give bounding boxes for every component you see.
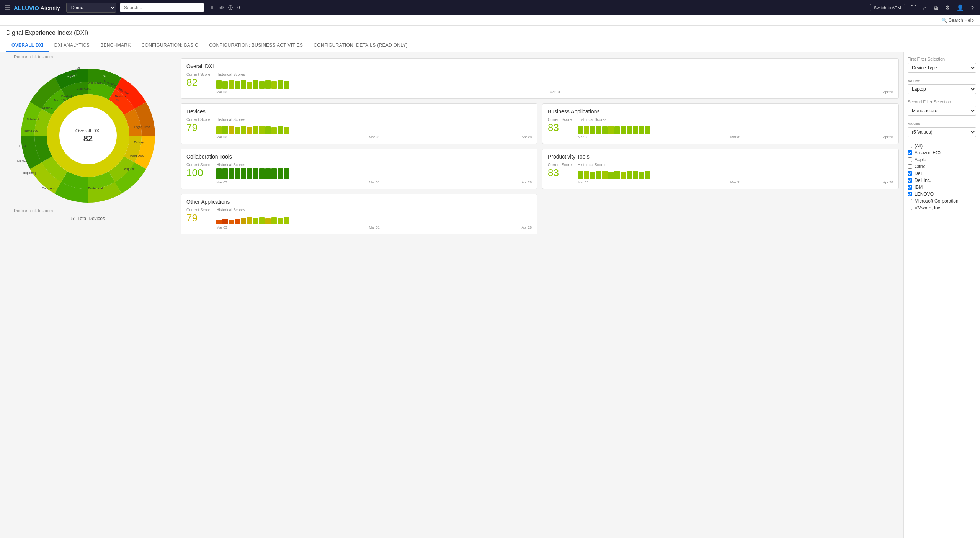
search-help[interactable]: 🔍 Search Help xyxy=(941,18,974,23)
tab-overall-dxi[interactable]: OVERALL DXI xyxy=(6,39,49,52)
bar-chart xyxy=(216,123,532,134)
brand-alluvio: ALLUVIO xyxy=(14,5,39,11)
nav-right: Switch to APM ⛶ ⌂ ⧉ ⚙ 👤 ? xyxy=(870,3,975,12)
card-body: Current Score 100 Historical Scores Mar … xyxy=(186,163,532,184)
bar-chart xyxy=(216,168,532,179)
bar xyxy=(284,217,289,224)
bar xyxy=(229,220,234,224)
hamburger-icon[interactable]: ☰ xyxy=(5,4,10,11)
right-panel: First Filter Selection Device Type Value… xyxy=(903,52,980,538)
top-nav: ☰ ALLUVIO Aternity Demo 🖥 59 ⓘ 0 Switch … xyxy=(0,0,980,15)
svg-text:Hard Disk: Hard Disk xyxy=(130,154,144,157)
score-section: Current Score 83 xyxy=(548,118,572,134)
demo-select[interactable]: Demo xyxy=(66,3,116,13)
checkbox-label: Dell Inc. xyxy=(915,178,931,183)
svg-text:Setup Crit...: Setup Crit... xyxy=(122,168,137,171)
hist-label: Historical Scores xyxy=(216,163,532,167)
expand-icon[interactable]: ⛶ xyxy=(909,4,918,12)
checkbox-ibm[interactable] xyxy=(908,185,912,190)
copy-icon[interactable]: ⧉ xyxy=(932,3,939,12)
first-filter-select[interactable]: Device Type xyxy=(908,63,976,73)
donut-chart[interactable]: Devices 79 Devices 79 Boot Time Logon Ti… xyxy=(11,59,165,212)
hist-label: Historical Scores xyxy=(578,163,893,167)
checkbox-vmware--inc-[interactable] xyxy=(908,206,912,210)
score-section: Current Score 100 xyxy=(186,163,210,179)
bar xyxy=(253,80,258,89)
score-label: Current Score xyxy=(186,163,210,167)
bar xyxy=(271,81,277,89)
first-values-select[interactable]: Laptop xyxy=(908,84,976,94)
tab-benchmark[interactable]: BENCHMARK xyxy=(95,39,136,52)
bar xyxy=(247,217,252,224)
checkbox-microsoft-corporation[interactable] xyxy=(908,199,912,203)
date-label: Mar 31 xyxy=(730,180,741,184)
checkbox-label: (All) xyxy=(915,143,923,149)
checkbox-dell[interactable] xyxy=(908,171,912,176)
date-label: Mar 03 xyxy=(216,135,227,139)
bar xyxy=(222,219,228,224)
bar xyxy=(235,127,240,134)
second-values-label: Values xyxy=(908,121,976,126)
second-values-select[interactable]: (5 Values) xyxy=(908,127,976,137)
checkbox-item-microsoft-corporation: Microsoft Corporation xyxy=(908,198,976,204)
score-section: Current Score 79 xyxy=(186,208,210,224)
score-value: 83 xyxy=(548,167,572,179)
card-body: Current Score 79 Historical Scores Mar 0… xyxy=(186,118,532,139)
checkbox--all-[interactable] xyxy=(908,144,912,148)
checkbox-label: LENOVO xyxy=(915,191,934,197)
checkbox-citrix[interactable] xyxy=(908,164,912,169)
tab-configuration--details--read-only-[interactable]: CONFIGURATION: DETAILS (READ ONLY) xyxy=(308,39,413,52)
tab-configuration--basic[interactable]: CONFIGURATION: BASIC xyxy=(136,39,204,52)
score-value: 79 xyxy=(186,212,210,224)
bar xyxy=(235,168,240,179)
bar-chart xyxy=(216,78,893,89)
first-filter-section: First Filter Selection Device Type xyxy=(908,57,976,73)
bar-chart xyxy=(216,214,532,224)
monitor-icon: 🖥 xyxy=(209,5,214,10)
switch-apm-button[interactable]: Switch to APM xyxy=(870,4,905,11)
bar xyxy=(584,171,589,179)
svg-text:Sana Acc...: Sana Acc... xyxy=(42,186,57,190)
checkbox-item-ibm: IBM xyxy=(908,184,976,191)
checkbox-apple[interactable] xyxy=(908,157,912,162)
checkbox-item-amazon-ec2: Amazon EC2 xyxy=(908,149,976,156)
second-filter-label: Second Filter Selection xyxy=(908,100,976,104)
checkbox-dell-inc-[interactable] xyxy=(908,178,912,183)
second-filter-select[interactable]: Manufacturer xyxy=(908,106,976,116)
user-icon[interactable]: 👤 xyxy=(955,3,965,12)
score-label: Current Score xyxy=(548,163,572,167)
bar xyxy=(271,168,277,179)
bar xyxy=(253,218,258,224)
checkbox-label: Citrix xyxy=(915,164,925,169)
checkbox-amazon-ec2[interactable] xyxy=(908,150,912,155)
bar xyxy=(247,168,252,179)
bar xyxy=(265,218,271,224)
score-value: 79 xyxy=(186,122,210,134)
bar xyxy=(284,127,289,134)
help-icon[interactable]: ? xyxy=(969,4,975,12)
card-overall: Overall DXI Current Score 82 Historical … xyxy=(181,58,899,99)
bar xyxy=(241,126,246,134)
date-label: Mar 31 xyxy=(730,135,741,139)
hist-label: Historical Scores xyxy=(216,208,532,212)
search-input[interactable] xyxy=(120,3,204,12)
first-filter-label: First Filter Selection xyxy=(908,57,976,61)
date-label: Mar 03 xyxy=(216,180,227,184)
home-icon[interactable]: ⌂ xyxy=(922,4,928,12)
score-value: 100 xyxy=(186,167,210,179)
tabs: OVERALL DXIDXI ANALYTICSBENCHMARKCONFIGU… xyxy=(6,39,974,52)
bar xyxy=(278,168,283,179)
bar xyxy=(265,126,271,134)
svg-text:79: 79 xyxy=(116,99,119,101)
card-title: Business Applications xyxy=(548,108,893,114)
hist-dates: Mar 03Mar 31Apr 28 xyxy=(216,180,532,184)
checkbox-item--all-: (All) xyxy=(908,142,976,149)
tab-configuration--business-activities[interactable]: CONFIGURATION: BUSINESS ACTIVITIES xyxy=(204,39,308,52)
tab-dxi-analytics[interactable]: DXI ANALYTICS xyxy=(49,39,95,52)
bar xyxy=(284,168,289,179)
cards-grid: Overall DXI Current Score 82 Historical … xyxy=(181,58,899,234)
svg-text:Battery: Battery xyxy=(134,141,144,144)
bar xyxy=(229,126,234,134)
settings-icon[interactable]: ⚙ xyxy=(943,3,951,12)
checkbox-lenovo[interactable] xyxy=(908,192,912,196)
